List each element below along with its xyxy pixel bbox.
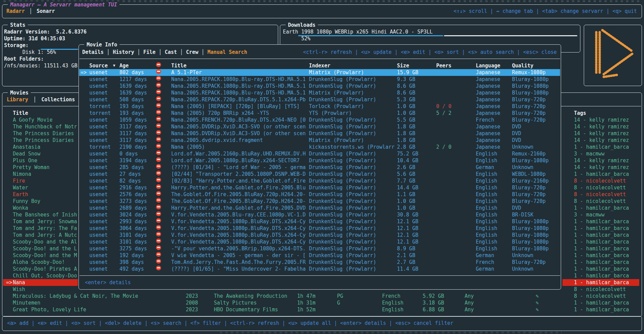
rejection-icon <box>156 252 161 257</box>
servarr-tab-radarr[interactable]: Radarr <box>6 8 25 15</box>
release-indexer: Torlock (Prowlarr) <box>309 103 396 110</box>
selection-arrow: => <box>6 279 12 286</box>
movie-tag: 14 - kelly ramirez <box>574 137 641 144</box>
movie-row[interactable]: Great Photo, Lovely Life2023HBO Document… <box>2 306 642 313</box>
release-row[interactable]: usenet192 daysV wie Vendetta - 2005 - ge… <box>79 252 560 259</box>
release-quality: Bluray-2160p <box>512 178 549 184</box>
release-row[interactable]: usenet1639 daysNana.2005.REPACK.1080p.Bl… <box>79 83 560 89</box>
release-age: 193 days <box>119 110 144 117</box>
release-age: 3101 days <box>119 238 147 245</box>
release-language: German <box>476 252 494 259</box>
release-quality: Bluray-720p <box>512 103 546 110</box>
rejection-icon <box>156 144 161 148</box>
release-row[interactable]: usenet3117 daysNana.2005.DVDRip.XviD.AC3… <box>79 130 560 137</box>
release-source: usenet <box>89 245 108 252</box>
release-row[interactable]: usenet2689 daysHarry.Potter.and.the.Gobl… <box>79 205 560 211</box>
movie-monitored: Any <box>465 299 474 306</box>
movie-title: Funny Boy <box>13 198 79 205</box>
rejection-icon <box>156 123 161 128</box>
release-row[interactable]: usenet1059 daysNana.2005.FRENCH.720p.Blu… <box>79 117 560 123</box>
release-indexer: DrunkenSlug (Prowlarr) <box>309 164 396 171</box>
movie-title: Fire <box>13 178 79 184</box>
release-source: usenet <box>89 198 108 205</box>
release-size: 1.0 GB <box>397 110 415 117</box>
release-language: English <box>476 232 497 238</box>
release-row[interactable]: usenet3024 daysV.for.Vendetta.2005.Blu-r… <box>79 211 560 218</box>
servarr-tab-sonarr[interactable]: Sonarr <box>37 8 55 15</box>
release-quality: Bluray-1080p <box>512 89 549 96</box>
movie-row[interactable]: Minutemen2008Salty Pictures1h 31mGEnglis… <box>2 299 642 306</box>
release-row[interactable]: usenet0 daysLord.of.War.2005.2160p.BluRa… <box>79 150 560 157</box>
release-title: (????) [01/34] - "Lord of War - 2005 - g… <box>171 164 308 171</box>
release-language: Japanese <box>476 123 500 130</box>
release-row[interactable]: usenet3101 daysV.for.Vendetta.2005.1080p… <box>79 238 560 245</box>
release-indexer: Miatrix (Prowlarr) <box>309 137 396 144</box>
release-row[interactable]: usenet508 daysNana.2005.REPACK.720p.BluR… <box>79 96 560 103</box>
release-row[interactable]: usenet3117 daysNana.2005.DVDRip.XviD.AC3… <box>79 123 560 130</box>
release-quality: Bluray-1080p <box>512 232 549 238</box>
release-row[interactable]: usenet2576 daysThe.Goblet.Of.Fire.2005.B… <box>79 191 560 198</box>
movie-title: Earth <box>13 191 79 198</box>
release-indexer: DrunkenSlug (Prowlarr) <box>309 225 396 232</box>
rejection-icon <box>156 137 161 142</box>
release-size: 1.1 GB <box>397 191 415 198</box>
release-source: usenet <box>89 238 108 245</box>
movie-studio: The Awakening Production <box>214 293 287 299</box>
release-language: French <box>476 117 494 123</box>
movie-title: Anastasia <box>13 144 79 150</box>
release-source: usenet <box>89 252 108 259</box>
movie-tag: 3 - macmww <box>574 211 641 218</box>
release-size: 30.8 GB <box>397 211 418 218</box>
release-row[interactable]: usenet398 daysTom.And.Jerry.The.Fast.And… <box>79 259 560 266</box>
release-row[interactable]: usenet3194 daysLord.of.War.2005.1080p.Bl… <box>79 157 560 164</box>
release-row[interactable]: usenet82 days[02/83] "Harry.Potter.and.t… <box>79 178 560 184</box>
release-row[interactable]: usenet285 days(????) [01/34] - "Lord of … <box>79 164 560 171</box>
release-row[interactable]: usenet3273 daysThe.Goblet.Of.Fire.2005.B… <box>79 198 560 205</box>
movie-tag: 8 - nicolecolvett <box>574 184 641 191</box>
rejection-icon <box>156 83 161 87</box>
release-language: English <box>476 171 497 178</box>
release-row[interactable]: usenet27 days[02/44] "Transporter 2.2005… <box>79 171 560 178</box>
release-row[interactable]: usenet3064 daysV.for.Vendetta.2005.1080p… <box>79 225 560 232</box>
movie-row[interactable]: Miraculous: Ladybug & Cat Noir, The Movi… <box>2 293 642 299</box>
release-age: 1217 days <box>119 76 147 83</box>
release-age: 192 days <box>119 252 144 259</box>
release-quality: Bluray-1080p <box>512 225 549 232</box>
release-row[interactable]: usenet3117 daysnana.2005.dvdrip.xvid.fra… <box>79 137 560 144</box>
movie-certification: G <box>337 299 340 306</box>
release-age: 3117 days <box>119 130 147 137</box>
release-size: 15.9 GB <box>397 69 418 76</box>
release-language: English <box>476 238 497 245</box>
movie-tag: 1 - hamilcar_barca <box>574 245 641 252</box>
release-row[interactable]: usenet1217 daysNana.2005.REPACK.1080p.Bl… <box>79 76 560 83</box>
download-item-title: Earth 1998 1080p WEBRip x265 Hindi AAC2.… <box>283 28 433 35</box>
release-row[interactable]: =>usenet802 daysA 5.1-PTerMiatrix (Prowl… <box>79 69 560 76</box>
release-row[interactable]: usenet2916 daysHarry.Potter.and.the.Gobl… <box>79 184 560 191</box>
release-row[interactable]: usenet492 days(????) [01/65] - "Miss Und… <box>79 266 560 272</box>
release-row[interactable]: usenet3101 daysV.for.Vendetta.2005.1080p… <box>79 232 560 238</box>
release-row[interactable]: torrent2190 daysNana (2005)kickasstorren… <box>79 144 560 150</box>
movie-title: The Hunchback of Notr <box>13 123 79 130</box>
release-title: Tom.And.Jerry.The.Fast.And.The.Furry.200… <box>171 259 308 266</box>
release-size: 12.1 GB <box>397 225 418 232</box>
movie-tag: 1 - hamilcar_barca <box>574 205 641 211</box>
movie-tag: 14 - kelly ramirez <box>574 157 641 164</box>
movie-year: 2023 <box>186 306 198 313</box>
release-row[interactable]: torrent193 daysNana (2005) [REPACK] [720… <box>79 103 560 110</box>
rejection-icon <box>156 110 161 114</box>
release-row[interactable]: torrent193 daysNana (2005) 720p BRRip x2… <box>79 110 560 117</box>
release-indexer: Miatrix (Prowlarr) <box>309 89 396 96</box>
release-quality: Unknown <box>512 144 533 150</box>
movie-tag: 14 - kelly ramirez <box>574 117 641 123</box>
release-quality: Bluray-720p <box>512 191 546 198</box>
release-source: usenet <box>89 123 108 130</box>
release-age: 1059 days <box>119 117 147 123</box>
rejection-icon <box>156 238 161 243</box>
release-row[interactable]: usenet1639 daysNana.2005.REPACK.1080p.Bl… <box>79 89 560 96</box>
release-row[interactable]: usenet2993 daysV.for.Vendetta.2005.1080p… <box>79 218 560 225</box>
movie-tag: 14 - kelly ramirez <box>574 123 641 130</box>
rejection-icon <box>156 225 161 230</box>
release-quality: WEBDL-1080p <box>512 171 546 178</box>
release-size: 8.9 GB <box>397 245 415 252</box>
release-row[interactable]: usenet3275 days-"V pour vendetta.2005.BR… <box>79 245 560 252</box>
